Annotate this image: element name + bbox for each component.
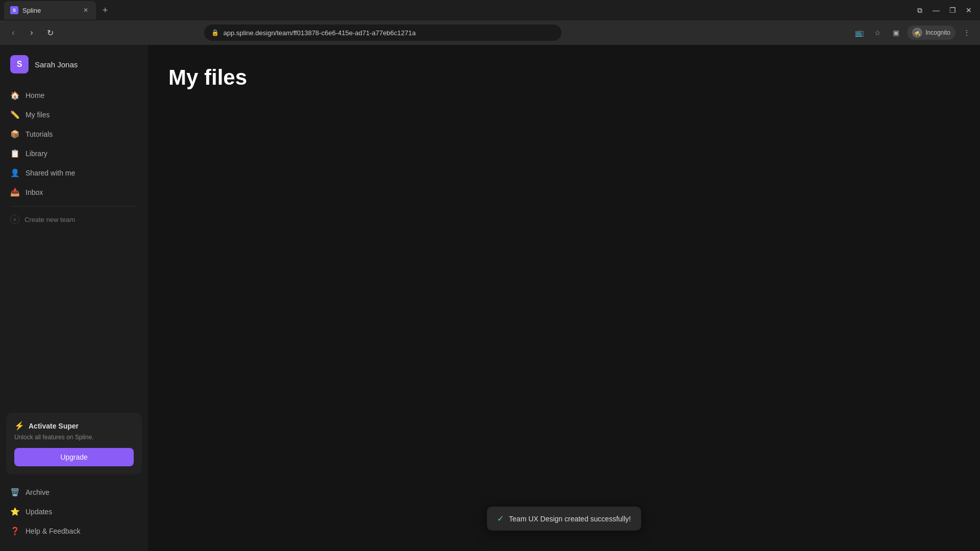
lightning-icon: ⚡ [14, 421, 24, 431]
sidebar-item-inbox-label: Inbox [26, 188, 43, 196]
user-header: S Sarah Jonas [0, 45, 148, 84]
sidebar-button[interactable]: ▣ [889, 26, 903, 40]
toast-check-icon: ✓ [497, 514, 504, 523]
sidebar-item-tutorials[interactable]: 📦 Tutorials [4, 124, 144, 144]
window-minimize-button[interactable]: — [929, 3, 943, 17]
sidebar-item-help[interactable]: ❓ Help & Feedback [4, 521, 144, 541]
toast-notification: ✓ Team UX Design created successfully! [487, 507, 641, 531]
avatar: S [10, 55, 29, 73]
bottom-nav: 🗑️ Archive ⭐ Updates ❓ Help & Feedback [0, 481, 148, 543]
sidebar-item-updates-label: Updates [26, 508, 52, 516]
help-icon: ❓ [10, 527, 19, 536]
tutorials-icon: 📦 [10, 130, 19, 139]
incognito-label: Incognito [925, 29, 950, 36]
sidebar-item-archive-label: Archive [26, 488, 50, 496]
browser-menu-button[interactable]: ⋮ [960, 26, 974, 40]
toast-message: Team UX Design created successfully! [509, 515, 631, 523]
window-restore-button[interactable]: ❐ [945, 3, 960, 17]
address-bar-row: ‹ › ↻ 🔒 app.spline.design/team/ff013878-… [0, 20, 980, 45]
sidebar-item-archive[interactable]: 🗑️ Archive [4, 483, 144, 502]
sidebar-item-shared-label: Shared with me [26, 169, 75, 177]
sidebar-item-shared-with-me[interactable]: 👤 Shared with me [4, 163, 144, 183]
shared-icon: 👤 [10, 168, 19, 178]
tab-title: Spline [22, 7, 41, 14]
user-name: Sarah Jonas [35, 60, 78, 69]
window-controls: ⧉ — ❐ ✕ [913, 3, 976, 17]
browser-chrome: S Spline ✕ + ⧉ — ❐ ✕ ‹ › ↻ 🔒 app.spline.… [0, 0, 980, 45]
sidebar-item-my-files-label: My files [26, 111, 50, 119]
address-url: app.spline.design/team/ff013878-c6e6-415… [223, 29, 415, 37]
window-close-button[interactable]: ✕ [962, 3, 976, 17]
sidebar-item-library-label: Library [26, 149, 47, 158]
new-tab-button[interactable]: + [98, 3, 112, 17]
main-content: My files ✓ Team UX Design created succes… [148, 45, 980, 551]
app-content: S Sarah Jonas 🏠 Home ✏️ My files 📦 Tutor… [0, 45, 980, 551]
create-team-item[interactable]: + Create new team [4, 211, 144, 228]
upgrade-desc: Unlock all features on Spline. [14, 434, 134, 441]
nav-divider [10, 206, 138, 207]
sidebar-item-tutorials-label: Tutorials [26, 130, 53, 138]
lock-icon: 🔒 [211, 29, 219, 36]
sidebar-item-help-label: Help & Feedback [26, 527, 80, 535]
archive-icon: 🗑️ [10, 488, 19, 497]
my-files-icon: ✏️ [10, 110, 19, 119]
upgrade-button[interactable]: Upgrade [14, 448, 134, 466]
tab-bar: S Spline ✕ + ⧉ — ❐ ✕ [0, 0, 980, 20]
inbox-icon: 📥 [10, 188, 19, 197]
active-tab[interactable]: S Spline ✕ [4, 1, 96, 19]
bookmark-button[interactable]: ☆ [870, 26, 885, 40]
updates-icon: ⭐ [10, 507, 19, 516]
tab-close-button[interactable]: ✕ [82, 6, 90, 14]
sidebar-item-updates[interactable]: ⭐ Updates [4, 502, 144, 521]
screen-cast-button[interactable]: 📺 [852, 26, 866, 40]
back-button[interactable]: ‹ [6, 26, 20, 40]
page-title: My files [168, 65, 247, 90]
home-icon: 🏠 [10, 91, 19, 100]
incognito-menu[interactable]: 🕵 Incognito [907, 26, 955, 40]
sidebar-item-inbox[interactable]: 📥 Inbox [4, 183, 144, 202]
forward-button[interactable]: › [24, 26, 39, 40]
sidebar: S Sarah Jonas 🏠 Home ✏️ My files 📦 Tutor… [0, 45, 148, 551]
sidebar-item-my-files[interactable]: ✏️ My files [4, 105, 144, 124]
incognito-icon: 🕵 [912, 28, 922, 38]
create-team-label: Create new team [24, 216, 75, 223]
create-team-icon: + [10, 215, 19, 224]
reload-button[interactable]: ↻ [43, 26, 57, 40]
nav-section: 🏠 Home ✏️ My files 📦 Tutorials 📋 Library… [0, 84, 148, 407]
upgrade-box: ⚡ Activate Super Unlock all features on … [6, 413, 142, 474]
upgrade-title-row: ⚡ Activate Super [14, 421, 134, 431]
address-bar[interactable]: 🔒 app.spline.design/team/ff013878-c6e6-4… [204, 24, 561, 41]
sidebar-item-library[interactable]: 📋 Library [4, 144, 144, 163]
browser-actions: 📺 ☆ ▣ 🕵 Incognito ⋮ [852, 26, 974, 40]
sidebar-item-home[interactable]: 🏠 Home [4, 86, 144, 105]
tab-favicon: S [10, 6, 18, 14]
sidebar-item-home-label: Home [26, 91, 44, 99]
library-icon: 📋 [10, 149, 19, 158]
window-stack-button[interactable]: ⧉ [913, 3, 927, 17]
upgrade-title: Activate Super [29, 422, 79, 430]
